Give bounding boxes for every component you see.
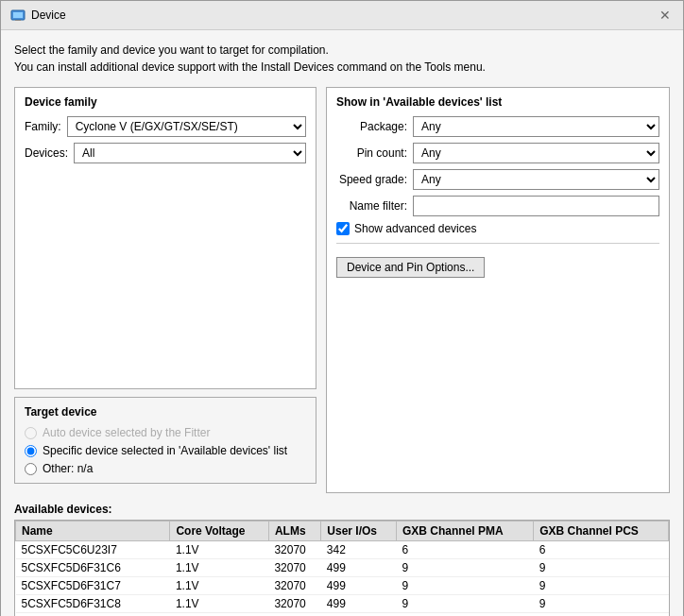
svg-rect-2 [15, 20, 21, 21]
table-cell: 9 [534, 613, 669, 617]
table-cell: 9 [534, 577, 669, 595]
target-device-panel: Target device Auto device selected by th… [14, 397, 316, 484]
col-alms: ALMs [268, 522, 320, 541]
description-line1: Select the family and device you want to… [14, 42, 670, 59]
family-row: Family: Cyclone V (E/GX/GT/SX/SE/ST) [25, 116, 306, 137]
col-user-ios: User I/Os [321, 522, 397, 541]
close-button[interactable]: ✕ [657, 7, 674, 24]
device-family-title: Device family [25, 95, 306, 109]
table-row[interactable]: 5CSXFC5D6F31C81.1V3207049999 [16, 595, 669, 613]
table-cell: 342 [321, 541, 397, 559]
pin-count-row: Pin count: Any [336, 143, 659, 163]
table-cell: 499 [321, 613, 397, 617]
name-filter-label: Name filter: [336, 199, 407, 213]
show-advanced-label: Show advanced devices [354, 222, 476, 235]
table-cell: 9 [397, 613, 534, 617]
title-bar-left: Device [10, 8, 66, 23]
col-gxb-pma: GXB Channel PMA [397, 522, 534, 541]
table-cell: 1.1V [170, 595, 268, 613]
family-select[interactable]: Cyclone V (E/GX/GT/SX/SE/ST) [67, 116, 306, 137]
devices-select[interactable]: All [74, 143, 306, 163]
speed-grade-select[interactable]: Any [413, 169, 659, 190]
col-name: Name [16, 522, 170, 541]
auto-radio-label: Auto device selected by the Fitter [43, 426, 210, 439]
show-available-panel: Show in 'Available devices' list Package… [326, 87, 670, 493]
table-row[interactable]: 5CSXFC5D6F31C61.1V3207049999 [16, 559, 669, 577]
col-core-voltage: Core Voltage [170, 522, 268, 541]
pin-count-select[interactable]: Any [413, 143, 659, 163]
available-devices-label: Available devices: [14, 503, 670, 516]
table-cell: 32070 [268, 541, 320, 559]
specific-radio-row: Specific device selected in 'Available d… [25, 444, 306, 457]
description-text: Select the family and device you want to… [14, 42, 670, 76]
table-cell: 9 [534, 595, 669, 613]
family-label: Family: [25, 120, 61, 133]
specific-radio-label: Specific device selected in 'Available d… [43, 444, 287, 457]
table-cell: 1.1V [170, 577, 268, 595]
table-cell: 32070 [268, 613, 320, 617]
table-cell: 5CSXFC5C6U23I7 [16, 541, 170, 559]
window-title: Device [31, 9, 66, 22]
show-advanced-checkbox[interactable] [336, 222, 350, 235]
other-radio-label: Other: n/a [43, 462, 93, 475]
table-cell: 5CSXFC5D6F31C6 [16, 559, 170, 577]
table-row[interactable]: 5CSXFC5D6F31I71.1V3207049999 [16, 613, 669, 617]
table-cell: 5CSXFC5D6F31C7 [16, 577, 170, 595]
package-select[interactable]: Any [413, 116, 659, 137]
other-radio-row: Other: n/a [25, 462, 306, 475]
table-cell: 32070 [268, 559, 320, 577]
table-cell: 499 [321, 595, 397, 613]
table-cell: 1.1V [170, 559, 268, 577]
content-area: Select the family and device you want to… [1, 30, 683, 616]
table-cell: 1.1V [170, 613, 268, 617]
target-device-title: Target device [25, 405, 306, 419]
col-gxb-pcs: GXB Channel PCS [534, 522, 669, 541]
devices-table: Name Core Voltage ALMs User I/Os GXB Cha… [15, 521, 669, 616]
panels-row: Device family Family: Cyclone V (E/GX/GT… [14, 87, 670, 493]
table-cell: 9 [534, 559, 669, 577]
package-label: Package: [336, 120, 407, 133]
table-cell: 6 [534, 541, 669, 559]
table-cell: 9 [397, 577, 534, 595]
table-cell: 9 [397, 559, 534, 577]
device-pin-options-button[interactable]: Device and Pin Options... [336, 257, 485, 278]
table-cell: 5CSXFC5D6F31C8 [16, 595, 170, 613]
main-window: Device ✕ Select the family and device yo… [0, 0, 684, 616]
devices-row: Devices: All [25, 143, 306, 163]
name-filter-input[interactable] [413, 196, 659, 216]
svg-rect-1 [13, 12, 23, 18]
pin-count-label: Pin count: [336, 146, 407, 160]
other-radio[interactable] [25, 463, 37, 475]
auto-radio[interactable] [25, 427, 37, 439]
device-icon [10, 8, 26, 23]
table-cell: 6 [397, 541, 534, 559]
table-cell: 499 [321, 559, 397, 577]
package-row: Package: Any [336, 116, 659, 137]
device-family-panel: Device family Family: Cyclone V (E/GX/GT… [14, 87, 316, 389]
table-cell: 499 [321, 577, 397, 595]
table-cell: 32070 [268, 595, 320, 613]
speed-grade-label: Speed grade: [336, 173, 407, 186]
name-filter-row: Name filter: [336, 196, 659, 216]
table-row[interactable]: 5CSXFC5D6F31C71.1V3207049999 [16, 577, 669, 595]
specific-radio[interactable] [25, 445, 37, 457]
table-cell: 9 [397, 595, 534, 613]
show-advanced-row: Show advanced devices [336, 222, 659, 235]
auto-radio-row: Auto device selected by the Fitter [25, 426, 306, 439]
title-bar: Device ✕ [1, 1, 683, 30]
description-line2: You can install additional device suppor… [14, 59, 670, 76]
devices-label: Devices: [25, 146, 68, 160]
table-cell: 5CSXFC5D6F31I7 [16, 613, 170, 617]
table-cell: 32070 [268, 577, 320, 595]
table-cell: 1.1V [170, 541, 268, 559]
table-header-row: Name Core Voltage ALMs User I/Os GXB Cha… [16, 522, 669, 541]
speed-grade-row: Speed grade: Any [336, 169, 659, 190]
devices-table-container[interactable]: Name Core Voltage ALMs User I/Os GXB Cha… [14, 520, 670, 616]
show-available-title: Show in 'Available devices' list [336, 95, 659, 109]
table-row[interactable]: 5CSXFC5C6U23I71.1V3207034266 [16, 541, 669, 559]
target-device-radio-group: Auto device selected by the Fitter Speci… [25, 426, 306, 475]
